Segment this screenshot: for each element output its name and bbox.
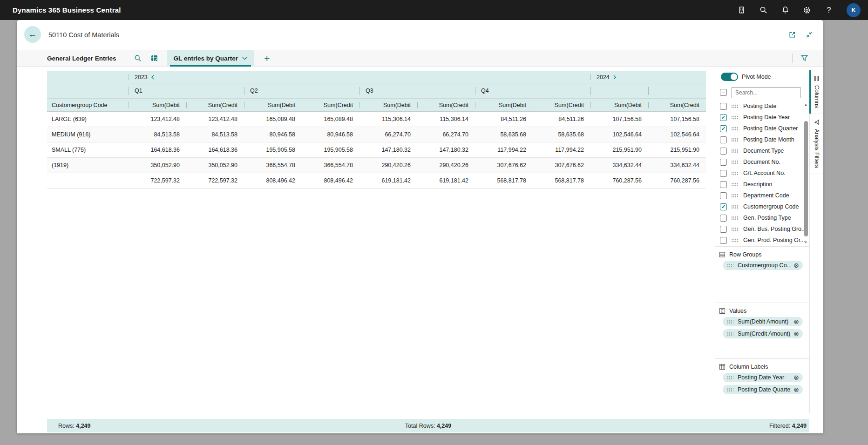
drag-handle-icon[interactable] [731,171,739,175]
remove-pill-icon[interactable]: ⊗ [793,374,799,381]
value-cell[interactable]: 115,306.14 [359,112,417,127]
value-cell[interactable]: 307,676.62 [533,158,590,173]
value-cell[interactable]: 107,156.58 [648,112,706,127]
field-item-document-no-[interactable]: Document No. [715,156,809,168]
scroll-up-arrow[interactable]: ▲ [803,101,809,107]
field-item-department-code[interactable]: Department Code [715,190,809,201]
remove-pill-icon[interactable]: ⊗ [793,262,799,269]
value-header-cell[interactable]: Sum(Credit [417,99,475,111]
value-cell[interactable]: 147,180.32 [359,142,417,157]
quarter-group-empty[interactable] [648,83,706,98]
value-cell[interactable]: 215,951.90 [590,142,648,157]
field-checkbox[interactable] [720,103,727,110]
value-cell[interactable]: 334,632.44 [590,158,648,173]
drag-handle-icon[interactable] [731,160,739,164]
quarter-group-Q2[interactable]: Q2 [244,83,359,98]
field-checkbox[interactable] [720,192,727,199]
analysis-mode-icon[interactable] [150,54,159,62]
tab-analysis-filters[interactable]: Analysis Filters [810,114,823,174]
value-header-cell[interactable]: Sum(Debit [590,99,648,111]
value-cell[interactable]: 290,420.26 [359,158,417,173]
tab-gl-entries-by-quarter[interactable]: GL entries by Quarter [167,50,254,67]
field-item-posting-date-month[interactable]: Posting Date Month [715,134,809,145]
year-group-2024[interactable]: 2024 [590,71,706,83]
add-analysis-tab-button[interactable]: + [264,54,270,63]
row-label-cell[interactable] [47,173,129,188]
value-cell[interactable]: 123,412.48 [186,112,244,127]
settings-gear-icon[interactable] [803,6,811,14]
value-cell[interactable]: 102,546.64 [648,127,706,142]
value-cell[interactable]: 760,287.56 [590,173,648,188]
value-header-cell[interactable]: Sum(Credit [533,99,590,111]
pivot-pill[interactable]: Customergroup Co...⊗ [723,261,803,270]
value-cell[interactable]: 84,513.58 [186,127,244,142]
value-cell[interactable]: 568,817.78 [533,173,590,188]
field-search-input[interactable] [732,87,800,98]
drag-handle-icon[interactable] [727,388,733,392]
value-cell[interactable]: 366,554.78 [302,158,359,173]
value-cell[interactable]: 619,181.42 [417,173,475,188]
quarter-group-Q1[interactable]: Q1 [129,83,244,98]
field-item-gen-posting-type[interactable]: Gen. Posting Type [715,212,809,223]
value-header-cell[interactable]: Sum(Credit [186,99,244,111]
value-cell[interactable]: 107,156.58 [590,112,648,127]
value-cell[interactable]: 165,089.48 [244,112,302,127]
value-cell[interactable]: 84,513.58 [129,127,186,142]
select-all-checkbox[interactable]: – [720,89,727,96]
notifications-bell-icon[interactable] [781,6,789,14]
value-cell[interactable]: 760,287.56 [648,173,706,188]
remove-pill-icon[interactable]: ⊗ [793,386,799,393]
field-item-description[interactable]: Description [715,179,809,190]
row-label-cell[interactable]: SMALL (775) [47,142,129,157]
value-cell[interactable]: 619,181.42 [359,173,417,188]
value-cell[interactable]: 307,676.62 [475,158,533,173]
open-in-new-window-icon[interactable] [788,30,796,39]
value-cell[interactable]: 164,618.36 [186,142,244,157]
back-button[interactable]: ← [24,26,41,43]
pivot-pill[interactable]: Posting Date Quarter⊗ [723,385,803,394]
tab-columns[interactable]: Columns [810,70,823,114]
value-cell[interactable]: 808,496.42 [302,173,359,188]
value-cell[interactable]: 350,052.90 [186,158,244,173]
field-checkbox[interactable] [720,215,727,222]
value-cell[interactable]: 84,511.26 [475,112,533,127]
pivot-pill[interactable]: Sum(Debit Amount)⊗ [723,317,803,326]
field-checkbox[interactable] [720,170,727,177]
field-checkbox[interactable] [720,136,727,143]
drag-handle-icon[interactable] [727,332,733,336]
drag-handle-icon[interactable] [731,238,739,243]
value-cell[interactable]: 722,597.32 [186,173,244,188]
field-item-customergroup-code[interactable]: ✓Customergroup Code [715,201,809,212]
value-cell[interactable]: 117,994.22 [533,142,590,157]
value-header-cell[interactable]: Sum(Debit [129,99,186,111]
drag-handle-icon[interactable] [731,227,739,231]
scroll-down-arrow[interactable]: ▼ [803,239,809,245]
row-label-cell[interactable]: MEDIUM (916) [47,127,129,142]
search-icon[interactable] [759,6,767,14]
remove-pill-icon[interactable]: ⊗ [793,330,799,337]
field-item-document-type[interactable]: Document Type [715,145,809,156]
value-cell[interactable]: 290,420.26 [417,158,475,173]
value-cell[interactable]: 117,994.22 [475,142,533,157]
row-label-cell[interactable]: (1919) [47,158,129,173]
field-checkbox[interactable] [720,226,727,233]
field-item-posting-date-quarter[interactable]: ✓Posting Date Quarter [715,123,809,134]
field-item-posting-date[interactable]: Posting Date [715,101,809,112]
value-cell[interactable]: 147,180.32 [417,142,475,157]
user-avatar[interactable]: K [847,3,861,17]
row-header-cell[interactable]: Customergroup Code [47,99,129,111]
filter-funnel-icon[interactable] [800,54,808,62]
value-cell[interactable]: 115,306.14 [417,112,475,127]
drag-handle-icon[interactable] [731,205,739,209]
value-cell[interactable]: 195,905.58 [244,142,302,157]
value-cell[interactable]: 164,618.36 [129,142,186,157]
field-checkbox[interactable]: ✓ [720,114,727,121]
quarter-group-Q3[interactable]: Q3 [359,83,475,98]
value-cell[interactable]: 58,635.68 [475,127,533,142]
field-item-g-l-account-no-[interactable]: G/L Account No. [715,168,809,179]
field-checkbox[interactable]: ✓ [720,203,727,210]
drag-handle-icon[interactable] [731,149,739,153]
quarter-group-empty[interactable] [590,83,648,98]
drag-handle-icon[interactable] [731,115,739,120]
field-checkbox[interactable] [720,148,727,155]
